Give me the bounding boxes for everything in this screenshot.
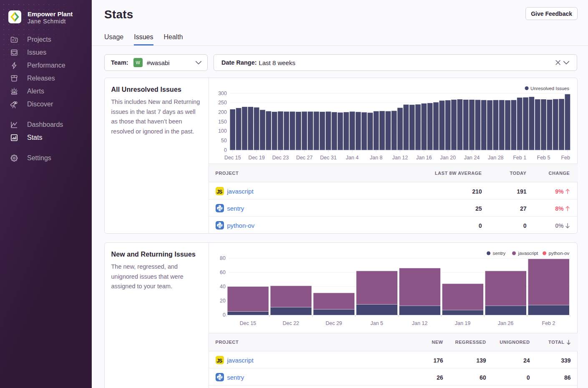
svg-text:0: 0 — [223, 312, 226, 318]
svg-text:Jan 5: Jan 5 — [370, 320, 383, 326]
svg-text:Jan 16: Jan 16 — [416, 155, 432, 161]
svg-text:50: 50 — [221, 138, 227, 144]
svg-text:Jan 28: Jan 28 — [488, 155, 504, 161]
svg-text:Dec 22: Dec 22 — [282, 320, 299, 326]
svg-text:Feb 2: Feb 2 — [542, 320, 555, 326]
svg-text:Dec 31: Dec 31 — [320, 155, 337, 161]
svg-text:40: 40 — [220, 284, 226, 290]
svg-text:80: 80 — [220, 255, 226, 261]
svg-text:Jan 4: Jan 4 — [346, 155, 359, 161]
svg-text:100: 100 — [218, 128, 227, 134]
svg-text:20: 20 — [220, 298, 226, 304]
svg-text:Jan 12: Jan 12 — [412, 320, 427, 326]
svg-text:150: 150 — [218, 119, 227, 125]
svg-text:sentry: sentry — [493, 251, 505, 256]
svg-text:Dec 23: Dec 23 — [272, 155, 289, 161]
svg-text:Dec 15: Dec 15 — [239, 320, 256, 326]
svg-text:Feb: Feb — [561, 155, 570, 161]
svg-text:Unresolved Issues: Unresolved Issues — [530, 86, 569, 91]
svg-text:60: 60 — [220, 270, 226, 275]
svg-text:0: 0 — [224, 147, 227, 153]
svg-text:Jan 24: Jan 24 — [464, 155, 480, 161]
svg-text:Dec 27: Dec 27 — [296, 155, 313, 161]
svg-text:Dec 19: Dec 19 — [248, 155, 265, 161]
svg-text:Dec 29: Dec 29 — [325, 320, 342, 326]
svg-text:javascript: javascript — [518, 251, 538, 256]
svg-text:Feb 5: Feb 5 — [537, 155, 550, 161]
svg-text:Jan 8: Jan 8 — [369, 155, 382, 161]
svg-text:Jan 12: Jan 12 — [392, 155, 408, 161]
svg-text:Jan 26: Jan 26 — [498, 320, 513, 326]
svg-text:250: 250 — [218, 100, 227, 106]
svg-text:Jan 20: Jan 20 — [440, 155, 456, 161]
svg-text:300: 300 — [218, 91, 227, 96]
svg-text:Dec 15: Dec 15 — [224, 155, 241, 161]
svg-text:python-ov: python-ov — [548, 251, 569, 256]
svg-text:200: 200 — [218, 109, 227, 115]
svg-text:Jan 19: Jan 19 — [455, 320, 470, 326]
svg-text:Feb 1: Feb 1 — [513, 155, 526, 161]
